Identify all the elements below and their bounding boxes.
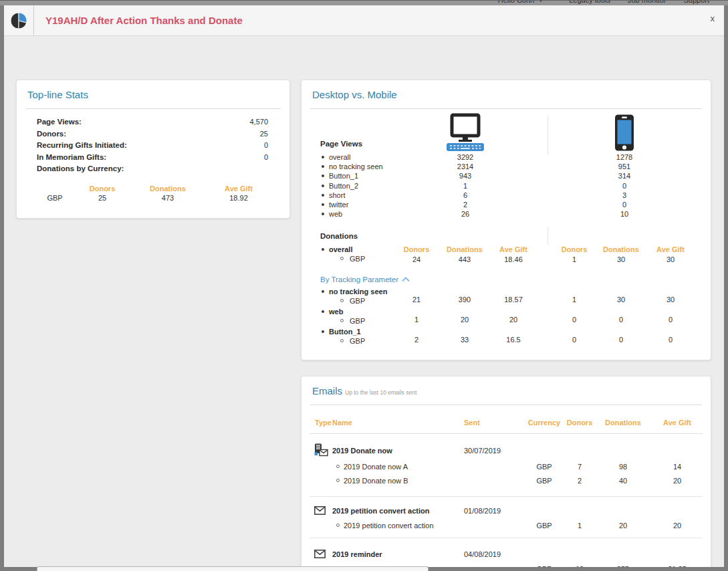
desktop-icon [446, 113, 485, 154]
stat-value: 0 [264, 140, 268, 152]
chevron-up-icon [402, 277, 410, 282]
stat-label: Page Views: [37, 116, 82, 128]
column-header-donors: Donors [404, 245, 430, 253]
sub-bullet-icon [340, 299, 344, 302]
page-views-row: twitter 2 0 [301, 201, 711, 210]
stat-row: In Memoriam Gifts: 0 [37, 152, 268, 164]
column-header-donations: Donations [447, 245, 483, 253]
panel-subtitle: Up to the last 10 emails sent [345, 389, 416, 396]
sub-bullet-icon [340, 339, 344, 342]
column-header-ave-gift: Ave Gift [225, 185, 253, 193]
ab-test-email-icon [314, 443, 328, 460]
email-group-row: 2019 reminder 04/08/2019 [301, 549, 711, 562]
column-header-donors: Donors [562, 245, 588, 253]
stat-row: Donors: 25 [37, 128, 268, 140]
next-panel-peek [37, 566, 429, 571]
stat-label: Recurring Gifts Initiated: [37, 140, 127, 152]
column-header-donors: Donors [567, 419, 593, 427]
column-header-ave-gift: Ave Gift [499, 245, 527, 253]
nav-legacy-tools[interactable]: Legacy tools [569, 1, 610, 5]
nav-support[interactable]: Support [683, 1, 709, 5]
bullet-icon [322, 248, 324, 251]
currency-ave-gift: 18.92 [229, 194, 248, 202]
bullet-icon [322, 330, 324, 333]
nav-user-menu[interactable]: Hello Corin [498, 1, 543, 5]
stat-value: 25 [260, 128, 268, 140]
column-divider [548, 116, 548, 154]
column-header-name: Name [332, 419, 352, 427]
stat-label: In Memoriam Gifts: [37, 152, 106, 164]
emails-body: Type Name Sent Currency Donors Donations… [301, 405, 711, 567]
stat-row: Recurring Gifts Initiated: 0 [37, 140, 268, 152]
page-views-row: Button_1 943 314 [301, 172, 711, 181]
sub-bullet-icon [340, 257, 344, 260]
page-views-row: no tracking seen 2314 951 [301, 162, 711, 172]
currency-donations: 473 [162, 194, 174, 202]
email-group-row: 2019 petition convert action 01/08/2019 [301, 505, 711, 519]
chevron-down-icon [538, 1, 543, 2]
email-variant-row: 2019 Donate now B GBP 2 40 20 [301, 476, 711, 487]
currency-code: GBP [47, 194, 62, 202]
column-divider [548, 227, 548, 245]
column-header-ave-gift: Ave Gift [656, 245, 685, 253]
bullet-icon [322, 203, 324, 206]
app-window: Hello Corin Legacy tools Job monitor Sup… [0, 0, 728, 571]
donation-group-row: Button_1 GBP 2 33 16.5 0 0 0 [301, 328, 711, 348]
sub-bullet-icon [336, 465, 340, 468]
desktop-vs-mobile-panel: Desktop vs. Mobile [301, 80, 711, 360]
email-icon [314, 549, 326, 561]
column-header-ave-gift: Ave Gift [663, 419, 691, 427]
bullet-icon [322, 194, 324, 197]
divider [310, 496, 703, 497]
close-button[interactable]: x [711, 14, 715, 23]
column-header-sent: Sent [464, 419, 480, 427]
sub-bullet-icon [336, 524, 340, 527]
page-views-row: web 26 10 [301, 210, 711, 219]
email-icon [314, 505, 326, 518]
panel-title: Top-line Stats [27, 89, 88, 100]
stat-value: 4,570 [249, 116, 268, 128]
desktop-vs-mobile-body: Page Views overall 3292 1278 no tracking… [301, 109, 711, 360]
email-variant-row: 2019 petition convert action GBP 1 20 20 [301, 521, 711, 532]
column-header-type: Type [315, 419, 332, 427]
email-variant-row: 2019 Donate now A GBP 7 98 14 [301, 462, 711, 473]
column-header-donations: Donations [605, 419, 641, 427]
bullet-icon [322, 175, 324, 177]
topline-stats-body: Page Views: 4,570 Donors: 25 Recurring G… [17, 109, 289, 219]
modal-header: Y19AH/D After Action Thanks and Donate x [4, 5, 724, 36]
panel-title: Desktop vs. Mobile [312, 89, 397, 100]
emails-panel: EmailsUp to the last 10 emails sent Type… [301, 376, 711, 567]
stat-row: Page Views: 4,570 [37, 116, 268, 128]
donation-group-row: no tracking seen GBP 21 390 18.57 1 30 3… [301, 288, 711, 308]
stat-value: 0 [264, 152, 268, 164]
bullet-icon [322, 310, 324, 313]
sub-bullet-icon [336, 479, 340, 482]
report-modal: Y19AH/D After Action Thanks and Donate x… [4, 5, 724, 567]
currency-donors: 25 [98, 194, 106, 202]
top-nav-strip: Hello Corin Legacy tools Job monitor Sup… [0, 1, 728, 5]
nav-user-label: Hello Corin [498, 1, 534, 5]
nav-job-monitor[interactable]: Job monitor [628, 1, 666, 5]
by-tracking-parameter-toggle[interactable]: By Tracking Parameter [320, 275, 410, 283]
panel-title: Emails [312, 385, 342, 396]
column-header-currency: Currency [528, 419, 560, 427]
divider [310, 538, 703, 538]
sub-bullet-icon [340, 319, 344, 322]
page-views-heading: Page Views [320, 140, 362, 148]
column-header-donations: Donations [603, 245, 639, 253]
bullet-icon [322, 185, 324, 187]
divider [310, 433, 703, 434]
donations-heading: Donations [320, 232, 358, 240]
page-views-rows: overall 3292 1278 no tracking seen 2314 … [301, 153, 711, 219]
page-views-row: short 6 3 [301, 191, 711, 201]
bullet-icon [322, 156, 324, 158]
top-nav: Hello Corin Legacy tools Job monitor Sup… [498, 1, 709, 5]
logo[interactable] [4, 5, 34, 35]
page-views-row: Button_2 1 0 [301, 182, 711, 191]
email-group-row: 2019 Donate now 30/07/2019 [301, 445, 711, 459]
page-title: Y19AH/D After Action Thanks and Donate [45, 15, 243, 26]
column-header-donors: Donors [90, 185, 116, 193]
stat-label: Donors: [37, 128, 66, 140]
topline-stats-panel: Top-line Stats Page Views: 4,570 Donors:… [16, 80, 290, 219]
report-content: Top-line Stats Page Views: 4,570 Donors:… [4, 36, 724, 567]
